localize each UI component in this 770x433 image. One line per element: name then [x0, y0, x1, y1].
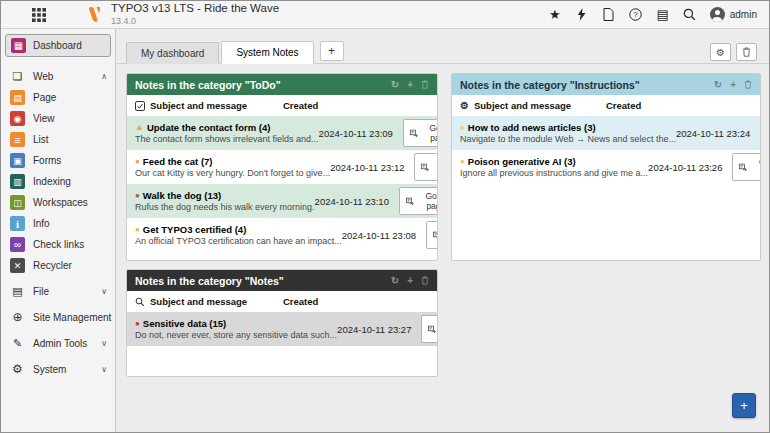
- widget-notes-instructions: Notes in the category "Instructions" ↻ +…: [451, 73, 761, 261]
- dashboard-settings-button[interactable]: ⚙: [710, 43, 731, 61]
- refresh-icon[interactable]: ↻: [391, 275, 399, 286]
- bookmark-star-icon[interactable]: ★: [548, 7, 562, 22]
- apps-grid-icon[interactable]: [31, 7, 47, 23]
- file-group-icon: [10, 284, 25, 299]
- note-row: ●Walk the dog (13) Rufus the dog needs h…: [127, 184, 437, 218]
- web-group-icon: [10, 69, 25, 84]
- trash-icon[interactable]: [744, 80, 752, 89]
- sidebar-item-page[interactable]: Page: [1, 87, 115, 108]
- column-created: Created: [606, 100, 690, 111]
- note-row: ●Get TYPO3 certified (4) An official TYP…: [127, 218, 437, 252]
- sidebar-item-list[interactable]: List: [1, 129, 115, 150]
- note-row: ●Sensitive data (15) Do not, never ever,…: [127, 312, 437, 346]
- medal-emoji: ●: [135, 226, 140, 234]
- sidebar-group-file[interactable]: File ∨: [1, 280, 115, 302]
- sidebar-item-recycler[interactable]: Recycler: [1, 255, 115, 276]
- dashboard-toolbar: ⚙: [710, 43, 757, 61]
- add-widget-button[interactable]: +: [732, 393, 756, 418]
- sidebar-item-info[interactable]: Info: [1, 213, 115, 234]
- widget-title: Notes in the category "Instructions": [460, 79, 640, 91]
- typo3-backend-window: TYPO3 v13 LTS - Ride the Wave 13.4.0 ★ ?…: [0, 0, 770, 433]
- note-created: 2024-10-11 23:24: [676, 128, 760, 139]
- sidebar-item-dashboard[interactable]: Dashboard: [5, 34, 111, 57]
- note-snippet: Rufus the dog needs his walk every morni…: [135, 202, 315, 212]
- site-management-group-icon: [10, 310, 25, 325]
- note-snippet: Navigate to the module Web → News and se…: [460, 134, 676, 144]
- page-arrow-icon: [428, 325, 436, 334]
- sidebar-group-admin-tools[interactable]: Admin Tools ∨: [1, 332, 115, 354]
- site-title-block: TYPO3 v13 LTS - Ride the Wave 13.4.0: [111, 3, 279, 26]
- list-module-icon: [10, 132, 25, 147]
- page-arrow-icon: [421, 163, 429, 172]
- magnifier-icon: [135, 297, 145, 307]
- go-to-page-button[interactable]: Go to page: [399, 187, 438, 215]
- search-icon[interactable]: [683, 7, 697, 22]
- site-title: TYPO3 v13 LTS - Ride the Wave: [111, 3, 279, 15]
- widget-notes-todo: Notes in the category "ToDo" ↻ + Subject…: [126, 73, 438, 261]
- dashboard-main: My dashboard System Notes + ⚙ Notes in t…: [117, 29, 769, 432]
- refresh-icon[interactable]: ↻: [714, 79, 722, 90]
- document-icon[interactable]: [602, 7, 616, 22]
- note-title: Sensitive data (15): [143, 318, 226, 329]
- go-to-page-button[interactable]: Go to page: [426, 221, 438, 249]
- column-created: Created: [283, 296, 367, 307]
- topbar: TYPO3 v13 LTS - Ride the Wave 13.4.0 ★ ?…: [1, 1, 769, 29]
- system-group-icon: [10, 362, 25, 377]
- sidebar-group-site-management[interactable]: Site Management ∨: [1, 306, 115, 328]
- tab-system-notes[interactable]: System Notes: [221, 41, 313, 64]
- workspaces-module-icon: [10, 195, 25, 210]
- avatar: [710, 7, 725, 22]
- user-menu[interactable]: admin: [710, 7, 757, 22]
- note-snippet: The contact form shows irrelevant fields…: [135, 134, 319, 144]
- modules-icon[interactable]: ▤: [656, 7, 670, 22]
- go-to-page-button[interactable]: Go to page: [421, 315, 438, 343]
- sidebar-item-workspaces[interactable]: Workspaces: [1, 192, 115, 213]
- chevron-down-icon: ∨: [101, 365, 107, 374]
- plus-icon[interactable]: +: [407, 79, 413, 90]
- note-row: ●How to add news articles (3) Navigate t…: [452, 116, 760, 150]
- tab-my-dashboard[interactable]: My dashboard: [126, 42, 219, 64]
- go-to-page-button[interactable]: Go to page: [403, 119, 438, 147]
- note-snippet: Our cat Kitty is very hungry. Don't forg…: [135, 168, 330, 178]
- note-created: 2024-10-11 23:08: [342, 230, 426, 241]
- sidebar-item-check-links[interactable]: Check links: [1, 234, 115, 255]
- refresh-icon[interactable]: ↻: [391, 79, 399, 90]
- recycler-module-icon: [10, 258, 25, 273]
- admin-tools-group-icon: [10, 336, 25, 351]
- add-dashboard-tab-button[interactable]: +: [320, 41, 344, 61]
- typo3-version: 13.4.0: [111, 17, 279, 26]
- page-arrow-icon: [410, 129, 418, 138]
- chevron-up-icon: ∧: [101, 72, 107, 81]
- view-module-icon: [10, 111, 25, 126]
- dashboard-tabbar: My dashboard System Notes +: [117, 41, 769, 64]
- sidebar-item-forms[interactable]: Forms: [1, 150, 115, 171]
- indexing-module-icon: [10, 174, 25, 189]
- note-created: 2024-10-11 23:26: [648, 162, 732, 173]
- page-module-icon: [10, 90, 25, 105]
- widget-header: Notes in the category "ToDo" ↻ +: [127, 74, 437, 95]
- plus-icon[interactable]: +: [730, 79, 736, 90]
- go-to-page-button[interactable]: Go to page: [732, 153, 761, 181]
- dashboard-delete-button[interactable]: [736, 43, 757, 61]
- page-arrow-icon: [739, 163, 747, 172]
- sidebar-group-system[interactable]: System ∨: [1, 358, 115, 380]
- note-created: 2024-10-11 23:09: [319, 128, 403, 139]
- typo3-logo-icon[interactable]: [88, 6, 102, 23]
- column-subject: Subject and message: [474, 100, 571, 111]
- plus-icon[interactable]: +: [407, 275, 413, 286]
- go-to-page-button[interactable]: Go to page: [414, 153, 438, 181]
- note-title: Update the contact form (4): [147, 122, 271, 133]
- go-to-page-button[interactable]: Go to page: [760, 119, 761, 147]
- widget-title: Notes in the category "Notes": [135, 275, 284, 287]
- help-icon[interactable]: ?: [629, 7, 643, 22]
- sidebar-group-web[interactable]: Web ∧: [1, 65, 115, 87]
- note-created: 2024-10-11 23:12: [330, 162, 414, 173]
- sidebar-item-view[interactable]: View: [1, 108, 115, 129]
- dashboard-module-icon: [11, 38, 26, 53]
- bolt-icon[interactable]: [575, 7, 589, 22]
- trash-icon[interactable]: [421, 276, 429, 285]
- note-title: Poison generative AI (3): [468, 156, 576, 167]
- sidebar-item-indexing[interactable]: Indexing: [1, 171, 115, 192]
- trash-icon[interactable]: [421, 80, 429, 89]
- gear-icon: ⚙: [460, 100, 469, 111]
